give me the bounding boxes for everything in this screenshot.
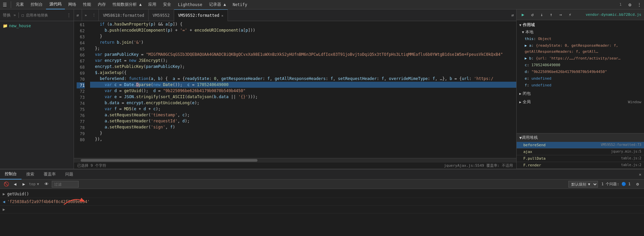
step-btn[interactable]: → (557, 11, 564, 18)
scope-item-f[interactable]: f: undefined (517, 82, 644, 89)
horizontal-scrollbar[interactable] (74, 158, 516, 162)
clear-console-btn[interactable]: 🚫 (3, 181, 10, 188)
scope-header-scope[interactable]: ▼ 作用域 (517, 22, 644, 29)
right-panel: ▶ ↺ ↓ ↑ → ⚡ vendor-dynamic.bb728cd.js ▼ … (516, 9, 644, 169)
tab-sources[interactable]: 源代码 (46, 0, 65, 9)
scope-item-d[interactable]: d: "9b225096be626b4179b9870b549b4450" (517, 69, 644, 75)
tab-lighthouse[interactable]: Lighthouse (174, 0, 205, 9)
scope-group-closure: ▶ 闭包 (517, 90, 644, 97)
tab-label: VM59552:formatted (178, 13, 219, 18)
scope-closure-header[interactable]: ▶ 闭包 (517, 90, 644, 97)
bottom-panel-close[interactable]: ✕ (636, 172, 644, 177)
console-filter-input[interactable] (52, 181, 79, 188)
bottom-tabs: 控制台 搜索 覆盖率 问题 ✕ (0, 169, 644, 180)
tab-vm59552-formatted[interactable]: VM59552:formatted ✕ (174, 9, 228, 21)
scope-arrow: ▼ (519, 23, 521, 27)
code-tab-bar: ⇄ » ⋮ VM58618:formatted VM59552 VM59552:… (74, 9, 516, 21)
tab-perf-insights[interactable]: 性能数据分析 ▲ (109, 0, 145, 9)
notification-count: 1 (616, 0, 625, 9)
resume-btn[interactable]: ▶ (519, 11, 527, 18)
global-window-label: Window (628, 100, 641, 104)
tab-label: VM59552 (153, 13, 170, 18)
tab-console[interactable]: 控制台 (27, 0, 46, 9)
console-text-getuuid: getUuid() (7, 191, 29, 197)
callstack-item-ajax[interactable]: ajax jquery.min.js:5 (517, 149, 644, 155)
local-label: 本地 (525, 29, 533, 35)
tab-security[interactable]: 安全 (160, 0, 174, 9)
top-toolbar: ☰ 元素 控制台 源代码 网络 性能 内存 性能数据分析 ▲ 应用 安全 Lig… (0, 0, 644, 9)
issue-count-badge: 1 个问题: 🔵 1 (599, 182, 633, 187)
callstack-item-beforesend[interactable]: beforeSend VM59552:formatted:73 (517, 142, 644, 149)
code-scroll-area[interactable]: 6162636465 6667686970 71 72737475 767778… (74, 21, 516, 158)
scope-local-header[interactable]: ▼ 本地 (517, 29, 644, 36)
tab-performance[interactable]: 性能 (80, 0, 94, 9)
tab-network[interactable]: 网络 (65, 0, 80, 9)
tab-navigate-back[interactable]: ⇄ (74, 9, 82, 21)
scope-item-a[interactable]: ▶ a: {readyState: 0, getResponseHeader: … (517, 42, 644, 55)
code-panel-toggle[interactable]: ⇄ (509, 11, 516, 19)
tab-recorder[interactable]: 记录器 ▲ (206, 0, 229, 9)
step-out-btn[interactable]: ↑ (548, 11, 555, 18)
tab-issues-bottom[interactable]: 问题 (61, 169, 78, 180)
global-label: 全局 (523, 99, 531, 105)
more-btn[interactable]: » (13, 13, 16, 17)
sidebar-menu-icon[interactable]: ⋮ (67, 13, 71, 17)
scope-global-header[interactable]: ▶ 全局 Window (517, 99, 644, 106)
scope-item-c[interactable]: c: 1705240649000 (517, 62, 644, 69)
context-label: top (29, 182, 36, 186)
tab-vm58618[interactable]: VM58618:formatted (99, 9, 149, 21)
tab-elements[interactable]: 元素 (12, 0, 27, 9)
file-loc: table.js:2 (621, 156, 641, 161)
deactivate-breakpoints-btn[interactable]: ⚡ (566, 11, 574, 18)
devtools-menu-icon[interactable]: ☰ (0, 0, 9, 9)
folder-new-house[interactable]: 📁 new_house (0, 23, 74, 29)
console-settings-btn[interactable]: ⚙ (634, 181, 641, 188)
tab-console-bottom[interactable]: 控制台 (0, 169, 22, 180)
call-stack-header[interactable]: ▼ 调用堆栈 (517, 133, 644, 142)
more-options-icon[interactable]: ⋮ (635, 0, 644, 9)
console-line-result: ◀ 'f25038a5f2a97f4b64f8c42f3d09eb54' (0, 198, 644, 206)
callstack-item-render[interactable]: F.render table.js:2 (517, 162, 644, 169)
tab-more[interactable]: » (82, 9, 90, 21)
tab-search-bottom[interactable]: 搜索 (22, 169, 39, 180)
console-right-tools: 默认级别 ▼ 1 个问题: 🔵 1 ⚙ (568, 181, 641, 188)
local-arrow: ▼ (522, 30, 524, 34)
step-into-btn[interactable]: ↓ (538, 11, 546, 18)
console-expand-arrow[interactable]: ▶ (3, 191, 5, 197)
file-loc: VM59552:formatted:73 (601, 143, 641, 147)
log-level-select[interactable]: 默认级别 ▼ (568, 181, 598, 188)
console-line-empty: ▶ (0, 206, 644, 213)
tab-coverage-bottom[interactable]: 覆盖率 (39, 169, 61, 180)
tab-label: VM58618:formatted (103, 13, 144, 18)
callstack-item-pulldata[interactable]: F.pullData table.js:2 (517, 155, 644, 162)
settings-icon[interactable]: ⚙ (625, 0, 635, 9)
eye-btn[interactable]: 👁 (43, 181, 50, 188)
tab-vm59552[interactable]: VM59552 (149, 9, 174, 21)
tab-application[interactable]: 应用 (145, 0, 160, 9)
annotation-arrow (61, 195, 87, 208)
tab-netify[interactable]: Netify (229, 0, 250, 9)
line-numbers: 6162636465 6667686970 71 72737475 767778… (74, 21, 87, 158)
func-name: F.render (523, 163, 541, 167)
script-file-label[interactable]: vendor-dynamic.bb728cd.js (586, 12, 641, 17)
console-back-btn[interactable]: ◀ (11, 181, 19, 188)
tab-menu[interactable]: ⋮ (89, 9, 99, 21)
scope-item-this[interactable]: this: Object (517, 36, 644, 42)
code-panel: ⇄ » ⋮ VM58618:formatted VM59552 VM59552:… (74, 9, 516, 169)
callstack-label: 调用堆栈 (522, 135, 538, 141)
left-sidebar: 替换 » □ 启用本地替换 ⋮ 📁 new_house (0, 9, 74, 169)
tab-memory[interactable]: 内存 (94, 0, 109, 9)
scope-item-e[interactable]: e: undefined (517, 75, 644, 82)
scope-item-b[interactable]: ▶ b: {url: 'https://……/front/activity/se… (517, 55, 644, 62)
bottom-panel: 控制台 搜索 覆盖率 问题 ✕ 🚫 ◀ ▶ top ▼ 👁 默认级别 ▼ (0, 169, 644, 236)
console-input-prompt: ▶ (3, 206, 5, 212)
step-over-btn[interactable]: ↺ (529, 11, 536, 18)
sidebar-toolbar: 替换 » □ 启用本地替换 ⋮ (0, 9, 74, 21)
scope-group-global: ▶ 全局 Window (517, 99, 644, 106)
console-toolbar: 🚫 ◀ ▶ top ▼ 👁 默认级别 ▼ 1 个问题: 🔵 1 ⚙ (0, 180, 644, 189)
file-loc: jquery.min.js:5 (611, 150, 641, 154)
local-replace-label: □ 启用本地替换 (22, 13, 48, 18)
context-selector[interactable]: top ▼ (29, 182, 39, 186)
tab-close-icon[interactable]: ✕ (221, 14, 223, 17)
console-forward-btn[interactable]: ▶ (20, 181, 28, 188)
